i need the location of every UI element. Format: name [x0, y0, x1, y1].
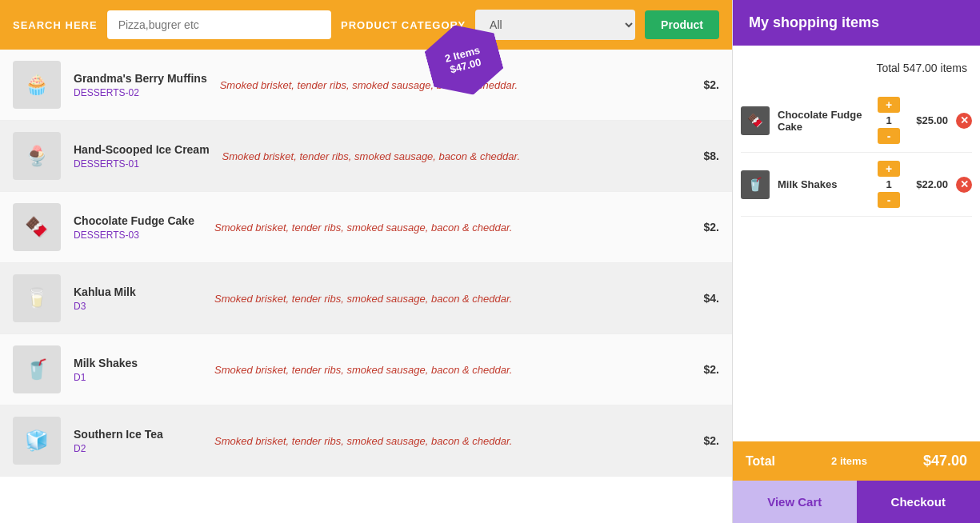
product-info: Chocolate Fudge Cake DESSERTS-03: [74, 214, 202, 241]
cart-item-controls: + 1 -: [878, 97, 900, 144]
product-info: Kahlua Milk D3: [74, 285, 202, 312]
product-name: Chocolate Fudge Cake: [74, 214, 202, 227]
cart-item-thumbnail: 🍫: [741, 106, 770, 135]
product-row[interactable]: 🥛 Kahlua Milk D3 Smoked brisket, tender …: [0, 263, 732, 334]
product-thumbnail: 🧁: [13, 61, 61, 109]
product-row[interactable]: 🍨 Hand-Scooped Ice Cream DESSERTS-01 Smo…: [0, 121, 732, 192]
cart-total-items: 2 items: [831, 455, 867, 467]
quantity-increase-button[interactable]: +: [878, 161, 900, 177]
quantity-increase-button[interactable]: +: [878, 97, 900, 113]
product-sku: DESSERTS-01: [74, 158, 210, 170]
product-price: $8.: [679, 150, 719, 162]
product-row[interactable]: 🍫 Chocolate Fudge Cake DESSERTS-03 Smoke…: [0, 192, 732, 263]
product-thumbnail: 🍫: [13, 203, 61, 251]
product-sku: DESSERTS-02: [74, 87, 207, 98]
checkout-button[interactable]: Checkout: [857, 481, 981, 523]
cart-item-price: $25.00: [908, 114, 948, 126]
product-button[interactable]: Product: [645, 10, 719, 39]
product-name: Kahlua Milk: [74, 285, 202, 298]
product-description: Smoked brisket, tender ribs, smoked saus…: [214, 364, 666, 376]
product-info: Hand-Scooped Ice Cream DESSERTS-01: [74, 143, 210, 170]
product-description: Smoked brisket, tender ribs, smoked saus…: [214, 222, 666, 234]
product-sku: D2: [74, 443, 202, 454]
product-sku: D3: [74, 301, 202, 312]
product-price: $2.: [679, 221, 719, 234]
view-cart-button[interactable]: View Cart: [733, 481, 857, 523]
product-row[interactable]: 🧁 Grandma's Berry Muffins DESSERTS-02 Sm…: [0, 50, 732, 121]
product-thumbnail: 🍨: [13, 132, 61, 180]
cart-item-name: Milk Shakes: [778, 178, 870, 190]
remove-item-button[interactable]: ✕: [956, 113, 972, 129]
left-panel: SEARCH HERE PRODUCT CATEGORY All Dessert…: [0, 0, 732, 523]
cart-item-thumbnail: 🥤: [741, 170, 770, 199]
quantity-decrease-button[interactable]: -: [878, 128, 900, 144]
cart-total-price: $47.00: [923, 453, 967, 469]
quantity-value: 1: [886, 178, 891, 190]
cart-items: 🍫 Chocolate Fudge Cake + 1 - $25.00 ✕ 🥤 …: [733, 81, 980, 441]
product-sku: DESSERTS-03: [74, 230, 202, 241]
product-info: Grandma's Berry Muffins DESSERTS-02: [74, 72, 207, 98]
product-thumbnail: 🥤: [13, 345, 61, 393]
product-description: Smoked brisket, tender ribs, smoked saus…: [214, 435, 666, 447]
cart-item-price: $22.00: [908, 178, 948, 190]
header-bar: SEARCH HERE PRODUCT CATEGORY All Dessert…: [0, 0, 732, 50]
cart-item-controls: + 1 -: [878, 161, 900, 208]
cart-footer: View Cart Checkout: [733, 481, 980, 523]
quantity-decrease-button[interactable]: -: [878, 192, 900, 208]
product-description: Smoked brisket, tender ribs, smoked saus…: [222, 150, 666, 162]
product-row[interactable]: 🥤 Milk Shakes D1 Smoked brisket, tender …: [0, 334, 732, 405]
product-name: Milk Shakes: [74, 357, 202, 369]
right-panel: My shopping items Total 547.00 items 🍫 C…: [732, 0, 980, 523]
product-thumbnail: 🥛: [13, 274, 61, 322]
total-indicator: Total 547.00 items: [733, 46, 980, 81]
category-select[interactable]: All Desserts Drinks Main Course: [475, 10, 635, 40]
product-price: $2.: [679, 78, 719, 91]
cart-header: My shopping items: [733, 0, 980, 46]
cart-total-row: Total 2 items $47.00: [733, 441, 980, 481]
remove-item-button[interactable]: ✕: [956, 177, 972, 193]
product-list: 🧁 Grandma's Berry Muffins DESSERTS-02 Sm…: [0, 50, 732, 523]
product-name: Southern Ice Tea: [74, 428, 202, 441]
product-price: $2.: [679, 363, 719, 376]
product-price: $4.: [679, 292, 719, 305]
search-label: SEARCH HERE: [13, 19, 98, 31]
search-input[interactable]: [107, 10, 331, 39]
cart-item: 🍫 Chocolate Fudge Cake + 1 - $25.00 ✕: [741, 89, 972, 153]
product-name: Hand-Scooped Ice Cream: [74, 143, 210, 156]
product-name: Grandma's Berry Muffins: [74, 72, 207, 85]
product-info: Milk Shakes D1: [74, 357, 202, 383]
quantity-value: 1: [886, 114, 891, 126]
cart-item-name: Chocolate Fudge Cake: [778, 109, 870, 133]
category-label: PRODUCT CATEGORY: [341, 19, 466, 31]
product-info: Southern Ice Tea D2: [74, 428, 202, 454]
product-row[interactable]: 🧊 Southern Ice Tea D2 Smoked brisket, te…: [0, 405, 732, 477]
cart-total-label: Total: [746, 454, 775, 469]
cart-item: 🥤 Milk Shakes + 1 - $22.00 ✕: [741, 153, 972, 217]
product-thumbnail: 🧊: [13, 417, 61, 465]
product-description: Smoked brisket, tender ribs, smoked saus…: [214, 293, 666, 305]
product-sku: D1: [74, 372, 202, 383]
product-price: $2.: [679, 434, 719, 447]
